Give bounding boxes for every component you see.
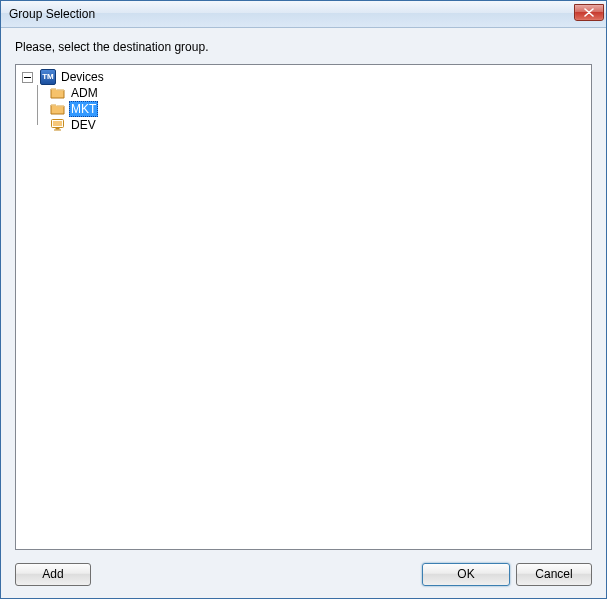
tree-connector xyxy=(32,85,50,101)
instruction-label: Please, select the destination group. xyxy=(15,40,592,54)
tree-node-label: ADM xyxy=(69,85,100,101)
tree-connector xyxy=(32,101,50,117)
tree-child-node[interactable]: ADM xyxy=(18,85,589,101)
close-button[interactable] xyxy=(574,4,604,21)
tree-connector xyxy=(32,117,50,133)
tm-icon: TM xyxy=(40,69,56,85)
tree-node-label: DEV xyxy=(69,117,98,133)
folder-icon xyxy=(50,85,66,101)
folder-icon xyxy=(50,101,66,117)
window-title: Group Selection xyxy=(9,7,574,21)
expand-toggle[interactable] xyxy=(22,72,33,83)
tree-root-node[interactable]: TM Devices xyxy=(18,69,589,85)
tree-connector xyxy=(36,69,40,85)
close-icon xyxy=(584,8,594,17)
button-row: Add OK Cancel xyxy=(15,562,592,586)
dialog-content: Please, select the destination group. TM… xyxy=(1,28,606,598)
svg-rect-1 xyxy=(53,121,62,126)
titlebar: Group Selection xyxy=(1,1,606,28)
dialog-window: Group Selection Please, select the desti… xyxy=(0,0,607,599)
tree-connector xyxy=(18,117,32,133)
svg-rect-3 xyxy=(54,130,61,131)
group-tree: TM Devices ADM MKT xyxy=(18,69,589,133)
tree-connector xyxy=(18,101,32,117)
tree-child-node[interactable]: DEV xyxy=(18,117,589,133)
tree-node-label: MKT xyxy=(69,101,98,117)
ok-button[interactable]: OK xyxy=(422,563,510,586)
add-button[interactable]: Add xyxy=(15,563,91,586)
svg-rect-2 xyxy=(56,128,60,130)
tree-connector xyxy=(18,85,32,101)
tree-pane[interactable]: TM Devices ADM MKT xyxy=(15,64,592,550)
tree-node-label: Devices xyxy=(59,69,106,85)
cancel-button[interactable]: Cancel xyxy=(516,563,592,586)
monitor-icon xyxy=(50,117,66,133)
tree-child-node[interactable]: MKT xyxy=(18,101,589,117)
